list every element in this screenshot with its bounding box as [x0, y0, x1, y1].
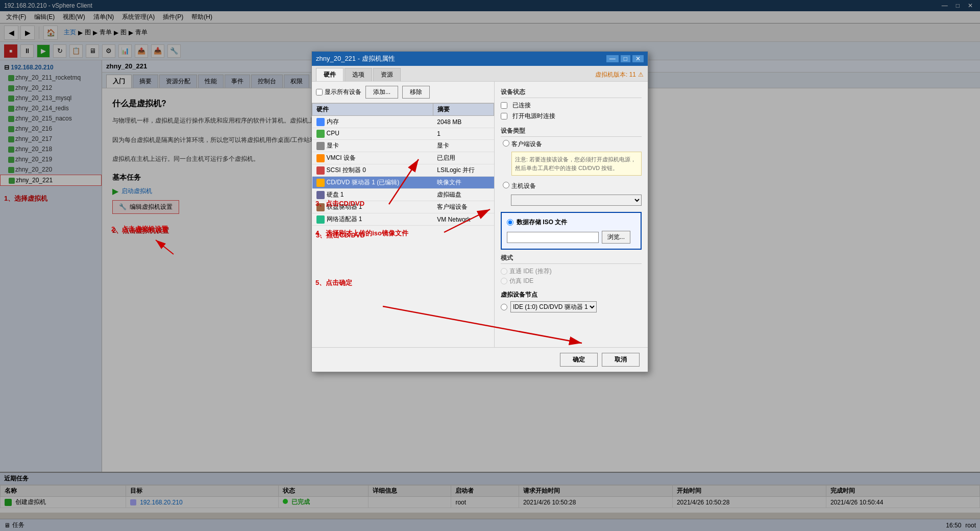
vdev-select[interactable]: IDE (1:0) CD/DVD 驱动器 1: [510, 301, 597, 312]
add-button[interactable]: 添加...: [365, 86, 398, 99]
host-device-radio[interactable]: [503, 182, 509, 188]
host-device-label: 主机设备: [511, 182, 536, 190]
mode-section: 模式 直通 IDE (推荐) 仿真 IDE: [501, 254, 642, 285]
device-status-title: 设备状态: [501, 88, 642, 98]
hw-toolbar: 显示所有设备 添加... 移除: [312, 82, 494, 103]
datastore-path-input[interactable]: [507, 232, 599, 243]
emulation-mode-row: 仿真 IDE: [501, 277, 642, 285]
passthrough-radio: [501, 268, 507, 275]
device-type-radio-group: 客户端设备 注意: 若要连接该设备，您必须打开虚拟机电源，然后单击工具栏中的连接…: [503, 140, 642, 206]
vdev-radio[interactable]: [501, 304, 507, 310]
show-all-devices-label: 显示所有设备: [325, 88, 361, 96]
modal-minimize[interactable]: —: [606, 55, 619, 62]
client-device-label: 客户端设备: [511, 140, 542, 148]
modal-titlebar: zhny_20_221 - 虚拟机属性 — □ ✕: [312, 52, 648, 66]
modal-version: 虚拟机版本: 11 ⚠: [595, 68, 644, 81]
datastore-radio-row: 数据存储 ISO 文件: [507, 218, 635, 227]
connect-on-power-label: 打开电源时连接: [512, 112, 555, 120]
passthrough-label: 直通 IDE (推荐): [509, 267, 552, 276]
hw-col-hardware: 硬件: [312, 104, 433, 116]
emulation-radio: [501, 278, 507, 284]
ok-button[interactable]: 确定: [560, 353, 598, 367]
hw-row-cdrom[interactable]: CD/DVD 驱动器 1 (已编辑) 映像文件: [312, 177, 494, 189]
browse-button[interactable]: 浏览...: [602, 231, 630, 244]
hw-table: 硬件 摘要 内存 2048 MB CPU 1 显卡 显卡: [312, 103, 494, 226]
vm-properties-modal: zhny_20_221 - 虚拟机属性 — □ ✕ 硬件 选项 资源 虚拟机版本…: [311, 51, 648, 372]
connected-label: 已连接: [512, 101, 531, 110]
show-all-devices-checkbox[interactable]: [316, 89, 323, 95]
datastore-input-row: 浏览...: [507, 231, 635, 244]
modal-footer: 确定 取消: [312, 347, 648, 372]
host-device-select-wrapper: [511, 195, 642, 206]
hw-row-floppy[interactable]: 软盘驱动器 1 客户端设备: [312, 201, 494, 213]
modal-title: zhny_20_221 - 虚拟机属性: [316, 54, 395, 63]
hw-col-summary: 摘要: [433, 104, 494, 116]
device-status-section: 设备状态 已连接 打开电源时连接: [501, 88, 642, 120]
connected-row: 已连接: [501, 101, 642, 110]
emulation-label: 仿真 IDE: [509, 277, 533, 285]
modal-hw-panel: 显示所有设备 添加... 移除 硬件 摘要 内存 2048 MB: [312, 82, 495, 347]
modal-tab-resources[interactable]: 资源: [373, 68, 401, 81]
modal-close[interactable]: ✕: [632, 55, 644, 62]
remove-button[interactable]: 移除: [402, 86, 430, 99]
modal-tab-options[interactable]: 选项: [345, 68, 372, 81]
hw-row-vmci[interactable]: VMCI 设备 已启用: [312, 152, 494, 164]
hw-row-disk[interactable]: 硬盘 1 虚拟磁盘: [312, 189, 494, 201]
cancel-button[interactable]: 取消: [602, 353, 640, 367]
hw-row-memory[interactable]: 内存 2048 MB: [312, 116, 494, 128]
host-device-select[interactable]: [511, 195, 642, 206]
vdev-title: 虚拟设备节点: [501, 291, 642, 299]
client-device-note: 注意: 若要连接该设备，您必须打开虚拟机电源，然后单击工具栏中的连接 CD/DV…: [511, 152, 642, 176]
hw-row-cpu[interactable]: CPU 1: [312, 128, 494, 140]
mode-title: 模式: [501, 254, 642, 264]
connect-on-power-row: 打开电源时连接: [501, 112, 642, 120]
annotation-step3: 3、点击CD/DVD: [312, 226, 494, 245]
device-type-title: 设备类型: [501, 127, 642, 137]
connected-checkbox[interactable]: [501, 102, 507, 109]
host-device-option: 主机设备: [503, 182, 642, 190]
modal-right-panel: 设备状态 已连接 打开电源时连接 设备类型 客户端设备: [495, 82, 648, 347]
vdev-row: IDE (1:0) CD/DVD 驱动器 1: [501, 301, 642, 312]
modal-body: 显示所有设备 添加... 移除 硬件 摘要 内存 2048 MB: [312, 82, 648, 347]
datastore-section: 数据存储 ISO 文件 浏览...: [501, 212, 642, 250]
client-device-radio[interactable]: [503, 140, 509, 147]
passthrough-mode-row: 直通 IDE (推荐): [501, 267, 642, 276]
hw-row-network[interactable]: 网络适配器 1 VM Network: [312, 213, 494, 226]
modal-tab-bar: 硬件 选项 资源 虚拟机版本: 11 ⚠: [312, 66, 648, 82]
modal-maximize[interactable]: □: [621, 55, 630, 62]
modal-tab-hardware[interactable]: 硬件: [316, 68, 344, 81]
hw-row-scsi[interactable]: SCSI 控制器 0 LSILogic 并行: [312, 164, 494, 177]
device-type-section: 设备类型 客户端设备 注意: 若要连接该设备，您必须打开虚拟机电源，然后单击工具…: [501, 127, 642, 206]
client-device-option: 客户端设备 注意: 若要连接该设备，您必须打开虚拟机电源，然后单击工具栏中的连接…: [503, 140, 642, 176]
show-all-devices-checkbox-group: 显示所有设备: [316, 88, 361, 96]
connect-on-power-checkbox[interactable]: [501, 113, 507, 119]
vdev-section: 虚拟设备节点 IDE (1:0) CD/DVD 驱动器 1: [501, 291, 642, 312]
hw-row-gpu[interactable]: 显卡 显卡: [312, 140, 494, 152]
modal-controls: — □ ✕: [606, 55, 644, 62]
datastore-label: 数据存储 ISO 文件: [517, 218, 567, 227]
datastore-radio[interactable]: [507, 219, 513, 226]
